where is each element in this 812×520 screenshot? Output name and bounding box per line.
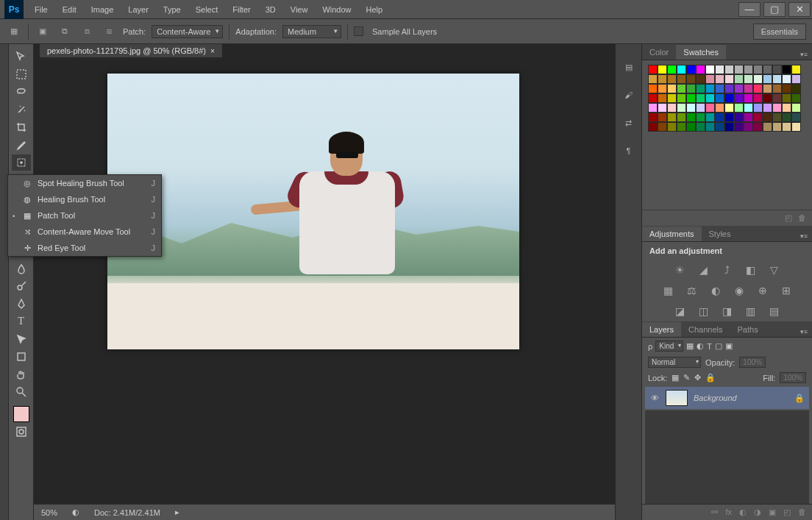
swatch-color[interactable] — [667, 113, 677, 122]
workspace-switcher[interactable]: Essentials — [753, 24, 806, 40]
new-layer-icon[interactable]: ◰ — [783, 507, 791, 517]
swatch-color[interactable] — [724, 113, 734, 122]
swatch-color[interactable] — [686, 103, 696, 113]
swatch-color[interactable] — [724, 74, 734, 84]
swatch-color[interactable] — [772, 113, 782, 122]
swatch-color[interactable] — [648, 84, 658, 93]
menu-file[interactable]: File — [28, 2, 54, 17]
swatch-color[interactable] — [724, 93, 734, 103]
pen-tool[interactable] — [12, 296, 31, 312]
swatch-color[interactable] — [753, 93, 763, 103]
swatch-color[interactable] — [782, 74, 791, 84]
swatch-color[interactable] — [782, 84, 791, 93]
swatch-color[interactable] — [753, 65, 763, 74]
swatch-color[interactable] — [705, 103, 715, 113]
swatch-color[interactable] — [686, 113, 696, 122]
swatch-color[interactable] — [658, 103, 667, 113]
swatch-color[interactable] — [782, 122, 791, 132]
adj-threshold-icon[interactable]: ◨ — [720, 304, 735, 318]
tab-channels[interactable]: Channels — [681, 322, 730, 337]
patch-dropdown[interactable]: Content-Aware — [152, 25, 223, 38]
close-tab-icon[interactable]: × — [210, 47, 215, 55]
menu-window[interactable]: Window — [316, 2, 357, 17]
swatch-color[interactable] — [677, 103, 686, 113]
document-tab[interactable]: pexels-photo-1121795.jpg @ 50% (RGB/8#) … — [40, 44, 222, 57]
adj-mixer-icon[interactable]: ⊕ — [755, 284, 770, 297]
swatch-color[interactable] — [648, 74, 658, 84]
swatch-color[interactable] — [677, 93, 686, 103]
swatch-color[interactable] — [705, 93, 715, 103]
swatch-color[interactable] — [667, 93, 677, 103]
swatch-color[interactable] — [696, 84, 705, 93]
swatch-color[interactable] — [753, 84, 763, 93]
new-swatch-icon[interactable]: ◰ — [785, 213, 792, 223]
swatch-color[interactable] — [734, 93, 744, 103]
adj-lookup-icon[interactable]: ⊞ — [779, 284, 794, 297]
layer-fx-icon[interactable]: fx — [725, 507, 732, 517]
layers-panel-menu[interactable]: ▾≡ — [796, 327, 812, 337]
swatch-color[interactable] — [677, 113, 686, 122]
swatch-color[interactable] — [763, 103, 772, 113]
swatch-color[interactable] — [677, 74, 686, 84]
new-group-icon[interactable]: ▣ — [769, 507, 776, 517]
hand-tool[interactable] — [12, 366, 31, 382]
swatch-color[interactable] — [782, 113, 791, 122]
delete-swatch-icon[interactable]: 🗑 — [798, 213, 806, 223]
swatch-color[interactable] — [648, 122, 658, 132]
zoom-tool[interactable] — [12, 384, 31, 400]
layer-visibility-icon[interactable]: 👁 — [649, 393, 660, 402]
swatch-color[interactable] — [753, 74, 763, 84]
swatch-color[interactable] — [724, 122, 734, 132]
swatch-color[interactable] — [791, 65, 801, 74]
menu-filter[interactable]: Filter — [226, 2, 257, 17]
swatch-color[interactable] — [744, 65, 753, 74]
swatch-color[interactable] — [734, 65, 744, 74]
swatch-color[interactable] — [686, 93, 696, 103]
lock-all-icon[interactable]: 🔒 — [705, 373, 716, 382]
swatch-color[interactable] — [744, 84, 753, 93]
swatch-color[interactable] — [686, 84, 696, 93]
swatch-color[interactable] — [696, 65, 705, 74]
swatch-color[interactable] — [791, 74, 801, 84]
patch-mode-intersect[interactable]: ⧇ — [101, 24, 117, 40]
crop-tool[interactable] — [12, 119, 31, 135]
tab-paths[interactable]: Paths — [730, 322, 766, 337]
adj-gradmap-icon[interactable]: ▥ — [744, 304, 758, 318]
rect-marquee-tool[interactable] — [12, 66, 31, 82]
swatch-color[interactable] — [763, 84, 772, 93]
swatch-color[interactable] — [648, 93, 658, 103]
swatch-color[interactable] — [744, 93, 753, 103]
layer-filter-dropdown[interactable]: Kind — [655, 341, 683, 352]
lock-transparency-icon[interactable]: ▦ — [672, 373, 679, 382]
status-arrow-icon[interactable]: ▸ — [175, 507, 179, 517]
adj-posterize-icon[interactable]: ◫ — [697, 304, 711, 318]
patch-mode-subtract[interactable]: ⧈ — [79, 24, 95, 40]
swatch-color[interactable] — [715, 65, 724, 74]
swatch-color[interactable] — [686, 65, 696, 74]
swatch-color[interactable] — [782, 93, 791, 103]
swatch-color[interactable] — [705, 84, 715, 93]
adj-curves-icon[interactable]: ⤴ — [720, 263, 735, 277]
eyedropper-tool[interactable] — [12, 137, 31, 153]
layer-thumbnail[interactable] — [666, 390, 688, 406]
swatch-color[interactable] — [763, 65, 772, 74]
adj-invert-icon[interactable]: ◪ — [673, 304, 688, 318]
swatch-color[interactable] — [791, 122, 801, 132]
menu-view[interactable]: View — [284, 2, 315, 17]
status-icon[interactable]: ◐ — [72, 507, 79, 517]
tab-adjustments[interactable]: Adjustments — [642, 227, 702, 241]
fill-value[interactable]: 100% — [780, 372, 806, 383]
tab-layers[interactable]: Layers — [642, 322, 681, 337]
tab-styles[interactable]: Styles — [702, 227, 738, 241]
swatch-color[interactable] — [677, 122, 686, 132]
tab-color[interactable]: Color — [642, 45, 676, 60]
magic-wand-tool[interactable] — [12, 101, 31, 118]
swatch-color[interactable] — [744, 113, 753, 122]
adj-levels-icon[interactable]: ◢ — [697, 263, 711, 277]
swatch-color[interactable] — [772, 65, 782, 74]
maximize-button[interactable]: ▢ — [763, 2, 786, 17]
dodge-tool[interactable] — [12, 278, 31, 294]
swatch-color[interactable] — [791, 113, 801, 122]
menu-image[interactable]: Image — [85, 2, 121, 17]
patch-mode-add[interactable]: ⧉ — [57, 24, 73, 40]
